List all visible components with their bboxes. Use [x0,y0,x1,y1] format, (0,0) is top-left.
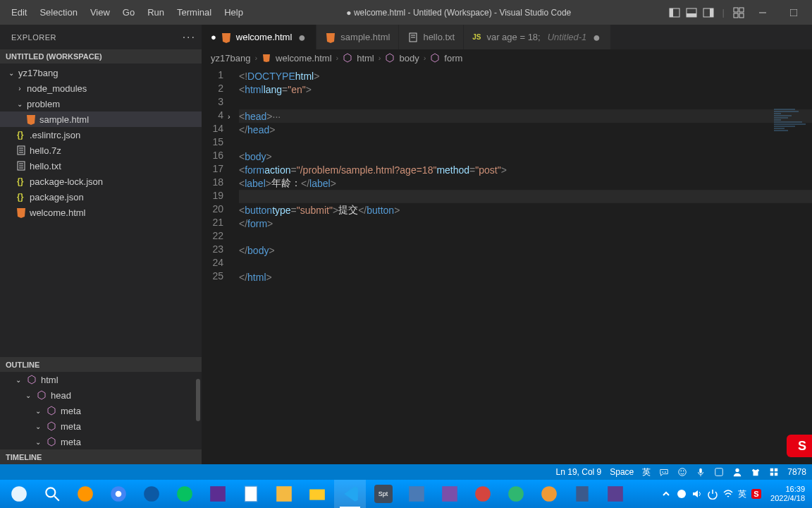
file-hello.7z[interactable]: hello.7z [0,143,202,158]
menu-terminal[interactable]: Terminal [171,4,217,20]
code-line[interactable]: </body> [239,243,812,257]
code-line[interactable] [239,257,812,270]
outline-html[interactable]: ⌄html [0,372,202,387]
workspace-label[interactable]: UNTITLED (WORKSPACE) [0,49,202,64]
taskbar-app2[interactable] [433,480,465,508]
taskbar-spt[interactable]: Spt [367,480,399,508]
taskbar-app3[interactable] [467,480,498,508]
taskbar-vs[interactable] [202,480,233,508]
status-person-icon[interactable] [732,467,742,477]
menu-help[interactable]: Help [219,4,249,20]
code-line[interactable]: <html lang="en"> [239,83,812,96]
tab-hello-txt[interactable]: hello.txt [399,25,464,49]
taskbar-notepad[interactable] [235,480,266,508]
taskbar-app6[interactable] [599,480,631,508]
tray-ime-label[interactable]: 英 [738,488,746,500]
menu-go[interactable]: Go [117,4,140,20]
outline-head[interactable]: ⌄head [0,387,202,403]
taskbar-explorer[interactable] [301,480,333,508]
file-hello.txt[interactable]: hello.txt [0,158,202,174]
status-shirt-icon[interactable] [751,467,761,477]
menu-view[interactable]: View [85,4,116,20]
timeline-header[interactable]: TIMELINE [0,449,202,464]
taskbar-app1[interactable] [400,480,432,508]
breadcrumb-item[interactable]: html [357,53,374,64]
tab-var-age---18-[interactable]: JSvar age = 18;Untitled-1● [464,25,611,49]
status-lncol[interactable]: Ln 19, Col 9 [556,467,602,477]
code-line[interactable] [239,190,812,203]
folder-problem[interactable]: ⌄problem [0,96,202,111]
code-line[interactable]: </head> [239,123,812,136]
status-tool-icon[interactable] [714,467,724,477]
status-grid-icon[interactable] [769,467,779,477]
menu-edit[interactable]: Edit [6,4,32,20]
tray-sogou-icon[interactable]: S [751,488,762,500]
status-face-icon[interactable] [677,467,687,477]
maximize-button[interactable] [781,3,806,23]
menu-run[interactable]: Run [142,4,170,20]
code-line[interactable] [239,230,812,243]
folder-yz17bang[interactable]: ⌄yz17bang [0,65,202,80]
taskbar-edge[interactable] [135,480,167,508]
code-line[interactable]: </html> [239,270,812,284]
taskbar-app4[interactable] [500,480,531,508]
taskbar-paint[interactable] [268,480,300,508]
search-button[interactable] [36,480,68,508]
file-.eslintrc.json[interactable]: {}.eslintrc.json [0,127,202,143]
taskbar-vscode[interactable] [334,480,366,508]
code-editor[interactable]: 1234›141516171819202122232425 <!DOCTYPE … [202,66,812,464]
outline-meta[interactable]: ⌄meta [0,403,202,418]
taskbar-wechat[interactable] [168,480,200,508]
fold-icon[interactable]: › [228,109,236,123]
start-button[interactable] [3,480,35,508]
tab-welcome-html[interactable]: ●welcome.html● [202,25,316,49]
tab-sample-html[interactable]: sample.html [316,25,399,49]
status-chat-icon[interactable] [659,467,669,477]
outline-meta[interactable]: ⌄meta [0,434,202,449]
breadcrumb-item[interactable]: welcome.html [276,53,331,64]
code-lines[interactable]: <!DOCTYPE html><html lang="en"><head> ··… [239,66,812,464]
file-sample.html[interactable]: sample.html [0,111,202,127]
layout-bottom-icon[interactable] [686,7,697,18]
scrollbar[interactable] [196,379,200,421]
code-line[interactable]: <label>年龄：</label> [239,176,812,190]
code-line[interactable]: <body> [239,150,812,163]
file-welcome.html[interactable]: welcome.html [0,205,202,220]
taskbar-calc[interactable] [566,480,598,508]
file-package.json[interactable]: {}package.json [0,189,202,205]
code-line[interactable] [239,96,812,109]
status-port[interactable]: 7878 [787,467,806,477]
tray-qq-icon[interactable] [676,488,687,500]
tray-up-icon[interactable] [660,488,672,500]
taskbar-clock[interactable]: 16:39 2022/4/18 [766,485,809,503]
tray-volume-icon[interactable] [691,488,703,500]
code-line[interactable] [239,136,812,150]
breadcrumb-item[interactable]: body [399,53,419,64]
code-line[interactable]: <head> ··· [239,109,812,123]
status-mic-icon[interactable] [696,467,706,477]
minimize-button[interactable] [750,3,775,23]
breadcrumb-item[interactable]: yz17bang [211,53,250,64]
layout-grid-icon[interactable] [733,7,744,18]
explorer-more-icon[interactable]: ··· [183,31,196,44]
taskbar-firefox[interactable] [69,480,101,508]
folder-node_modules[interactable]: ›node_modules [0,80,202,96]
breadcrumb-item[interactable]: form [444,53,462,64]
modified-dot-icon[interactable]: ● [591,32,602,43]
minimap[interactable] [774,109,809,151]
tray-wifi-icon[interactable] [722,488,734,500]
layout-left-icon[interactable] [669,7,680,18]
code-line[interactable]: <form action="/problem/sample.html?age=1… [239,163,812,176]
status-ime[interactable]: 英 [642,466,651,478]
code-line[interactable]: <button type="submit">提交</button> [239,203,812,217]
modified-dot-icon[interactable]: ● [296,32,307,43]
tray-power-icon[interactable] [707,488,718,500]
code-line[interactable]: </form> [239,217,812,230]
status-spaces[interactable]: Space [610,467,634,477]
outline-meta[interactable]: ⌄meta [0,418,202,434]
menu-selection[interactable]: Selection [34,4,82,20]
taskbar-chrome[interactable] [102,480,134,508]
taskbar-app5[interactable] [533,480,565,508]
file-package-lock.json[interactable]: {}package-lock.json [0,174,202,189]
outline-header[interactable]: OUTLINE [0,358,202,372]
